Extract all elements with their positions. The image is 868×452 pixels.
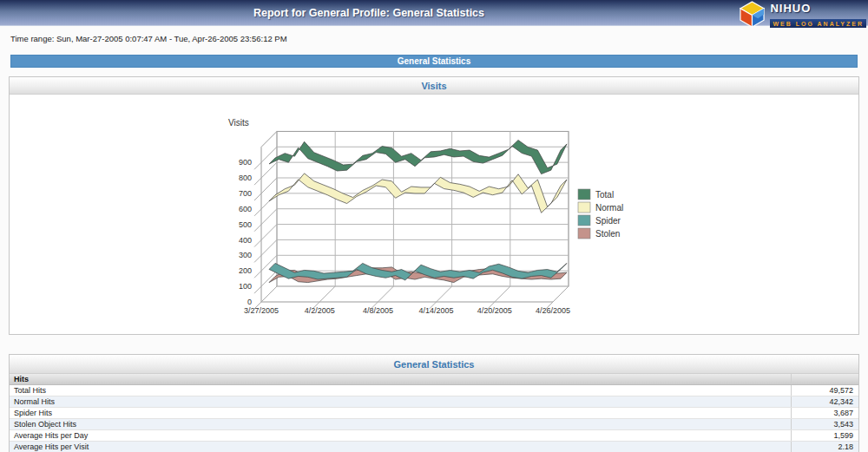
table-row-value: 42,342 [791, 396, 858, 407]
y-tick-label: 400 [239, 236, 252, 245]
x-tick-label: 4/20/2005 [477, 306, 512, 315]
legend-swatch-spider [578, 215, 590, 226]
group-row-label: Hits [10, 374, 791, 384]
table-row-value: 3,687 [791, 408, 858, 418]
table-row-label: Stolen Object Hits [10, 419, 791, 429]
x-tick-label: 4/8/2005 [363, 306, 393, 315]
y-tick-label: 0 [247, 298, 252, 306]
table-row: Normal Hits42,342 [10, 396, 858, 408]
stats-table-body: Total Hits49,572Normal Hits42,342Spider … [10, 385, 858, 452]
y-tick-label: 600 [239, 205, 252, 213]
legend-swatch-total [578, 189, 590, 200]
legend-label: Normal [595, 203, 623, 213]
x-tick-label: 4/26/2005 [536, 306, 570, 315]
table-row: Spider Hits3,687 [10, 408, 858, 419]
section-bar-general-statistics: General Statistics [10, 55, 858, 68]
table-row-label: Spider Hits [10, 408, 791, 418]
time-range-text: Time range: Sun, Mar-27-2005 0:07:47 AM … [10, 34, 287, 43]
table-row-label: Average Hits per Day [10, 430, 791, 441]
group-row-value-cell [791, 374, 858, 384]
table-row: Stolen Object Hits3,543 [10, 419, 858, 430]
general-statistics-table-panel: General Statistics Hits Total Hits49,572… [9, 354, 859, 452]
legend-swatch-normal [578, 202, 590, 213]
top-depth-edge [261, 131, 277, 147]
table-row-value: 3,543 [791, 419, 858, 429]
x-tick-label: 4/2/2005 [305, 306, 335, 315]
table-row: Total Hits49,572 [10, 385, 858, 396]
table-row-label: Normal Hits [10, 396, 791, 407]
legend-swatch-stolen [578, 228, 590, 239]
table-group-row-hits: Hits [10, 374, 858, 385]
y-tick-label: 900 [239, 158, 252, 167]
table-row-value: 1,599 [791, 430, 858, 441]
nihuo-logo[interactable]: NIHUO WEB LOG ANALYZER [738, 1, 866, 29]
table-row-value: 2.18 [791, 442, 858, 452]
logo-name-text: NIHUO [770, 3, 866, 14]
table-row-value: 49,572 [791, 385, 858, 396]
legend-label: Total [595, 190, 614, 200]
table-row-label: Average Hits per Visit [10, 442, 791, 452]
table-row-label: Total Hits [10, 385, 791, 396]
y-tick-label: 500 [239, 220, 252, 229]
y-tick-label: 300 [239, 251, 252, 259]
table-row: Average Hits per Day1,599 [10, 430, 858, 442]
y-tick-label: 200 [239, 266, 252, 275]
visits-panel-title: Visits [10, 77, 858, 95]
cube-logo-icon [738, 1, 766, 28]
app-header-bar: Report for General Profile: General Stat… [0, 0, 868, 26]
y-tick-label: 700 [239, 189, 252, 198]
legend-label: Stolen [595, 229, 620, 239]
page-title: Report for General Profile: General Stat… [0, 0, 738, 26]
visits-panel: Visits 01002003004005006007008009003/27/… [9, 76, 859, 335]
table-row: Average Hits per Visit2.18 [10, 442, 858, 452]
x-tick-label: 4/14/2005 [419, 306, 454, 315]
y-tick-label: 800 [239, 174, 252, 182]
stats-table-title: General Statistics [10, 355, 858, 374]
legend-label: Spider [595, 216, 621, 226]
logo-tagline-text: WEB LOG ANALYZER [770, 19, 866, 28]
y-tick-label: 100 [239, 282, 252, 291]
visits-ribbon-chart: 01002003004005006007008009003/27/20054/2… [10, 95, 858, 333]
chart-title: Visits [228, 118, 249, 128]
x-tick-label: 3/27/2005 [244, 306, 279, 315]
